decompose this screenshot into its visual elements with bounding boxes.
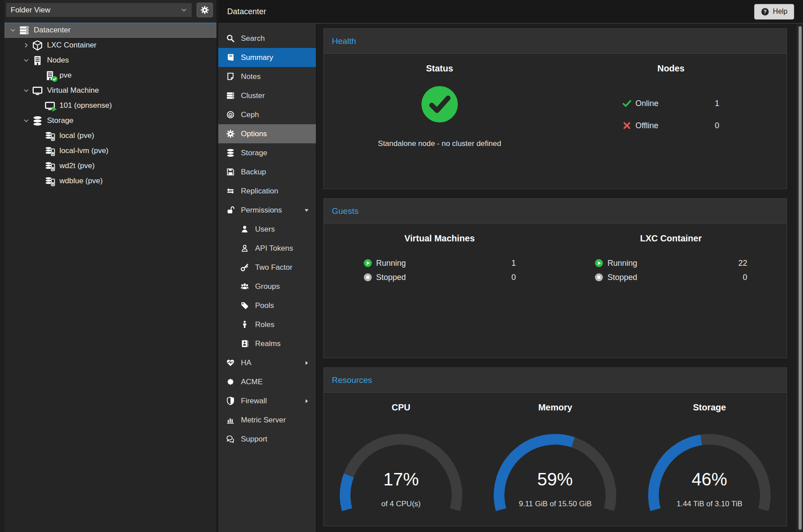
menu-item-groups[interactable]: Groups [218, 277, 316, 296]
menu-item-support[interactable]: Support [218, 430, 316, 449]
menu-item-ha[interactable]: HA [218, 353, 316, 372]
tree-item-label: 101 (opnsense) [59, 101, 112, 110]
ceph-icon [225, 110, 235, 119]
menu-item-options[interactable]: Options [218, 124, 316, 143]
nodes-offline-row: Offline 0 [622, 114, 719, 137]
running-play-badge-icon [51, 106, 58, 112]
chevron-right-icon[interactable] [21, 42, 31, 48]
menu-item-users[interactable]: Users [218, 220, 316, 239]
search-icon [225, 34, 235, 43]
menu-item-label: Firewall [241, 397, 267, 406]
menu-item-summary[interactable]: Summary [218, 48, 316, 67]
menu-item-pools[interactable]: Pools [218, 296, 316, 315]
database-box-icon [43, 131, 56, 141]
storage-header: Storage [693, 402, 726, 413]
vm-running-count: 1 [512, 259, 516, 268]
menu-item-metric-server[interactable]: Metric Server [218, 410, 316, 430]
tree-item-label: pve [59, 71, 71, 80]
tree-item-local-lvm-pve[interactable]: local-lvm (pve) [4, 143, 216, 158]
chevron-down-icon[interactable] [21, 118, 31, 124]
help-button[interactable]: ? Help [754, 4, 794, 20]
status-check-badge-icon [51, 76, 58, 82]
tree-item-label: LXC Container [47, 41, 97, 50]
cpu-header: CPU [392, 402, 410, 413]
menu-item-ceph[interactable]: Ceph [218, 105, 316, 124]
tree-item-pve[interactable]: pve [4, 68, 216, 83]
proxmox-app: Folder View DatacenterLXC ContainerNodes… [0, 0, 803, 532]
view-selector[interactable]: Folder View [6, 3, 192, 17]
replication-icon [225, 187, 235, 195]
tree-item-storage[interactable]: Storage [4, 113, 216, 128]
cube-icon [31, 40, 43, 51]
tree-item-lxc-container[interactable]: LXC Container [4, 38, 216, 53]
memory-header: Memory [538, 402, 572, 413]
menu-item-label: Roles [255, 320, 274, 329]
tree-item-nodes[interactable]: Nodes [4, 53, 216, 68]
caret-down-icon[interactable] [303, 207, 310, 213]
chevron-down-icon[interactable] [21, 87, 31, 94]
menu-item-acme[interactable]: ACME [218, 372, 316, 391]
svg-text:?: ? [764, 9, 767, 14]
gear-icon [225, 130, 235, 138]
shield-icon [225, 397, 235, 405]
menu-item-label: HA [241, 359, 252, 367]
lxc-running-row: Running 22 [594, 256, 747, 270]
caret-right-icon[interactable] [303, 360, 310, 366]
vertical-scrollbar[interactable] [797, 24, 803, 532]
menu-item-api-tokens[interactable]: API Tokens [218, 239, 316, 258]
play-circle-icon [363, 259, 372, 268]
datacenter-menu: SearchSummaryNotesClusterCephOptionsStor… [218, 24, 317, 532]
tree-item-wdblue-pve[interactable]: wdblue (pve) [4, 173, 216, 189]
menu-item-storage[interactable]: Storage [218, 143, 316, 162]
menu-item-realms[interactable]: Realms [218, 334, 316, 353]
storage-gauge: Storage 46% 1.44 TiB of 3.10 TiB [632, 393, 787, 526]
menu-item-label: Notes [241, 72, 260, 81]
menu-item-label: Two Factor [255, 263, 292, 272]
chevron-down-icon [181, 7, 187, 13]
tree-item-local-pve[interactable]: local (pve) [4, 128, 216, 143]
menu-item-label: ACME [241, 378, 263, 386]
menu-item-roles[interactable]: Roles [218, 315, 316, 334]
monitor-icon [43, 101, 56, 111]
tree-item-datacenter[interactable]: Datacenter [4, 23, 216, 38]
menu-item-firewall[interactable]: Firewall [218, 391, 316, 410]
cross-icon [622, 121, 631, 130]
database-box-icon [43, 146, 56, 156]
memory-detail: 9.11 GiB of 15.50 GiB [519, 500, 591, 508]
tree-item-101-opnsense[interactable]: 101 (opnsense) [4, 98, 216, 113]
menu-item-search[interactable]: Search [218, 29, 316, 48]
lxc-container-column: LXC Container Running 22 [555, 224, 787, 358]
scrollbar-thumb[interactable] [799, 26, 802, 530]
menu-item-label: Ceph [241, 110, 259, 119]
virtual-machines-column: Virtual Machines Running 1 [324, 224, 555, 358]
memory-percent: 59% [537, 469, 573, 489]
menu-item-label: Pools [255, 301, 274, 310]
tree-item-wd2t-pve[interactable]: wd2t (pve) [4, 158, 216, 173]
menu-item-two-factor[interactable]: Two Factor [218, 258, 316, 277]
menu-item-backup[interactable]: Backup [218, 162, 316, 181]
tag-icon [240, 301, 249, 310]
caret-right-icon[interactable] [303, 398, 310, 404]
chevron-down-icon[interactable] [21, 57, 31, 63]
menu-item-replication[interactable]: Replication [218, 181, 316, 201]
menu-item-notes[interactable]: Notes [218, 67, 316, 86]
resource-tree: DatacenterLXC ContainerNodespveVirtual M… [4, 23, 216, 532]
chevron-down-icon[interactable] [8, 27, 18, 33]
menu-item-cluster[interactable]: Cluster [218, 86, 316, 105]
page-title: Datacenter [227, 7, 266, 16]
tree-item-label: wd2t (pve) [59, 162, 94, 170]
health-panel-header: Health [324, 29, 787, 54]
menu-item-label: Permissions [241, 206, 282, 215]
cluster-status-column: Status Standalone node - no cluster defi… [324, 54, 555, 189]
tree-item-label: local (pve) [59, 131, 94, 140]
menu-item-label: Backup [241, 168, 266, 177]
lxc-running-count: 22 [738, 259, 747, 268]
vm-stopped-label: Stopped [376, 273, 406, 282]
resource-tree-sidebar: Folder View DatacenterLXC ContainerNodes… [0, 0, 217, 532]
menu-item-permissions[interactable]: Permissions [218, 201, 316, 220]
menu-item-label: Options [241, 130, 267, 138]
tree-item-virtual-machine[interactable]: Virtual Machine [4, 83, 216, 98]
heartbeat-icon [225, 359, 235, 367]
tree-item-label: Nodes [47, 56, 69, 65]
tree-settings-button[interactable] [197, 3, 213, 17]
